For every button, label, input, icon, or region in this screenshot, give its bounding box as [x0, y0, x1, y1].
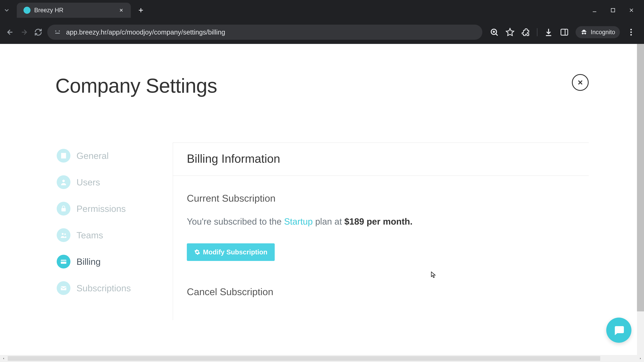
incognito-label: Incognito: [591, 29, 615, 36]
scroll-right-arrow[interactable]: [637, 355, 644, 362]
sidebar-item-users[interactable]: Users: [55, 169, 161, 195]
window-controls: [590, 6, 642, 14]
svg-marker-33: [3, 358, 4, 359]
page-header: Company Settings: [0, 44, 644, 114]
downloads-icon[interactable]: [544, 28, 553, 37]
browser-tab[interactable]: Breezy HR: [17, 3, 131, 18]
sidebar-item-general[interactable]: General: [55, 142, 161, 169]
tab-bar: Breezy HR: [0, 0, 644, 20]
sidebar-label: Subscriptions: [76, 283, 131, 293]
maximize-button[interactable]: [609, 6, 617, 14]
svg-rect-31: [61, 261, 66, 262]
site-settings-icon[interactable]: [54, 29, 61, 36]
sidebar-item-teams[interactable]: Teams: [55, 222, 161, 248]
svg-point-23: [630, 34, 632, 35]
settings-sidebar: General Users Permissions Teams: [55, 142, 161, 320]
sub-prefix: You're subscribed to the: [187, 217, 284, 226]
content-header: Billing Information: [173, 143, 589, 176]
cancel-subscription-title: Cancel Subscription: [187, 286, 575, 297]
svg-point-10: [55, 30, 56, 32]
lock-icon: [57, 202, 70, 216]
cancel-subscription-section: Cancel Subscription: [173, 274, 589, 320]
page-title: Company Settings: [55, 74, 217, 97]
tab-title: Breezy HR: [34, 7, 114, 14]
svg-line-14: [496, 34, 498, 35]
minimize-button[interactable]: [590, 6, 599, 14]
side-panel-icon[interactable]: [560, 28, 569, 37]
page-body: General Users Permissions Teams: [0, 114, 644, 320]
toolbar: Incognito: [486, 26, 639, 38]
mail-icon: [57, 281, 70, 295]
horizontal-scrollbar[interactable]: [0, 355, 644, 362]
sidebar-label: Permissions: [76, 203, 126, 214]
chat-widget[interactable]: [606, 318, 632, 343]
url-bar[interactable]: app.breezy.hr/app/c/moodjoy/company/sett…: [47, 25, 482, 40]
scrollbar-thumb[interactable]: [637, 44, 644, 311]
svg-rect-27: [62, 208, 66, 211]
sidebar-item-billing[interactable]: Billing: [55, 248, 161, 275]
sidebar-item-subscriptions[interactable]: Subscriptions: [55, 275, 161, 301]
svg-point-29: [64, 233, 66, 235]
svg-rect-5: [611, 8, 615, 12]
svg-rect-30: [61, 260, 66, 264]
close-settings-button[interactable]: [572, 74, 589, 91]
incognito-badge[interactable]: Incognito: [576, 26, 620, 38]
plan-price: $189 per month.: [344, 217, 412, 226]
card-icon: [57, 255, 70, 269]
sidebar-label: Billing: [76, 256, 100, 267]
svg-marker-34: [640, 358, 641, 359]
svg-rect-12: [55, 33, 60, 34]
gear-icon: [194, 249, 200, 255]
extensions-icon[interactable]: [521, 28, 530, 37]
building-icon: [57, 149, 70, 163]
current-subscription-title: Current Subscription: [187, 193, 575, 204]
svg-point-22: [630, 31, 632, 33]
menu-icon[interactable]: [626, 28, 636, 37]
close-window-button[interactable]: [627, 6, 636, 14]
browser-chrome: Breezy HR: [0, 0, 644, 44]
svg-point-28: [62, 233, 64, 235]
forward-button[interactable]: [19, 27, 29, 37]
scroll-left-arrow[interactable]: [0, 355, 7, 362]
svg-point-21: [630, 29, 632, 30]
tab-favicon: [24, 7, 30, 14]
sub-mid: plan at: [313, 217, 344, 226]
svg-rect-19: [561, 29, 568, 35]
team-icon: [57, 228, 70, 242]
svg-rect-32: [61, 286, 66, 290]
user-icon: [57, 175, 70, 189]
zoom-icon[interactable]: [490, 28, 499, 37]
plan-name-link[interactable]: Startup: [284, 217, 313, 226]
vertical-scrollbar[interactable]: [637, 44, 644, 355]
subscription-description: You're subscribed to the Startup plan at…: [187, 215, 575, 228]
svg-marker-17: [506, 28, 514, 36]
reload-button[interactable]: [33, 27, 43, 37]
url-text: app.breezy.hr/app/c/moodjoy/company/sett…: [66, 28, 476, 36]
current-subscription-section: Current Subscription You're subscribed t…: [173, 176, 589, 274]
main-content: Billing Information Current Subscription…: [173, 142, 589, 320]
tab-search-dropdown[interactable]: [2, 5, 12, 15]
toolbar-divider: [537, 28, 537, 36]
billing-title: Billing Information: [187, 152, 575, 165]
sidebar-label: General: [76, 150, 109, 161]
svg-point-11: [59, 30, 60, 32]
tab-close-button[interactable]: [118, 7, 125, 14]
page-content: Company Settings General Users: [0, 44, 644, 362]
sidebar-label: Users: [76, 177, 100, 187]
address-bar: app.breezy.hr/app/c/moodjoy/company/sett…: [0, 20, 644, 44]
svg-point-26: [62, 180, 65, 182]
sidebar-item-permissions[interactable]: Permissions: [55, 195, 161, 222]
modify-label: Modify Subscription: [203, 248, 267, 256]
back-button[interactable]: [5, 27, 15, 37]
h-scrollbar-thumb[interactable]: [8, 356, 600, 361]
new-tab-button[interactable]: [135, 4, 147, 16]
sidebar-label: Teams: [76, 230, 103, 240]
bookmark-icon[interactable]: [506, 28, 514, 37]
modify-subscription-button[interactable]: Modify Subscription: [187, 243, 275, 261]
